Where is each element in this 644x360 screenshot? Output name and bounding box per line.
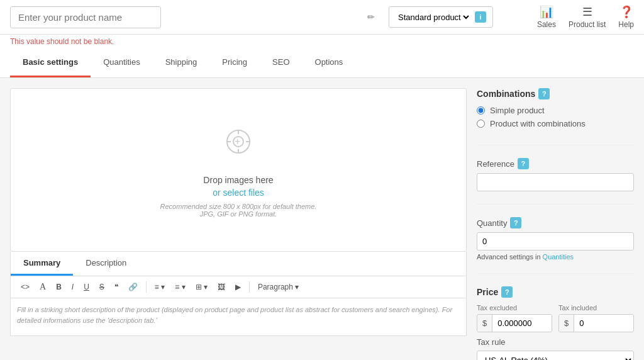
toolbar-video-btn[interactable]: ▶ (231, 281, 245, 293)
nav-help[interactable]: ❓ Help (618, 5, 634, 29)
editor-tabs-bar: Summary Description (10, 252, 467, 276)
toolbar-code-btn[interactable]: <> (17, 281, 33, 293)
drop-text: Drop images here (203, 175, 273, 185)
error-message: This value should not be blank. (0, 35, 644, 48)
radio-combinations-input[interactable] (477, 120, 485, 128)
toolbar-link-btn[interactable]: 🔗 (125, 281, 142, 293)
nav-product-list[interactable]: ☰ Product list (569, 5, 606, 29)
tab-seo[interactable]: SEO (260, 48, 302, 77)
product-list-icon: ☰ (582, 5, 592, 19)
top-bar: ✏ Standard product i 📊 Sales ☰ Product l… (0, 0, 644, 35)
price-title: Price ? (477, 286, 634, 298)
reference-info-badge[interactable]: ? (518, 158, 529, 169)
editor-body[interactable]: Fill in a striking short description of … (10, 298, 467, 336)
svg-text:+: + (235, 136, 240, 147)
tab-quantities[interactable]: Quantities (91, 48, 153, 77)
nav-sales[interactable]: 📊 Sales (537, 5, 556, 29)
toolbar-italic-btn[interactable]: I (68, 281, 77, 293)
main-content: + Drop images here or select files Recom… (0, 78, 644, 360)
tax-excluded-input[interactable] (492, 315, 552, 332)
right-panel: Combinations ? Simple product Product wi… (477, 88, 634, 360)
top-nav: 📊 Sales ☰ Product list ❓ Help (537, 5, 634, 29)
nav-product-list-label: Product list (569, 20, 606, 29)
sales-icon: 📊 (540, 5, 553, 19)
quantity-input[interactable] (477, 232, 634, 250)
price-section: Price ? Tax excluded $ Tax included $ (477, 286, 634, 360)
tax-excluded-label: Tax excluded (477, 304, 552, 312)
reference-label: Reference ? (477, 158, 634, 169)
reference-input[interactable] (477, 173, 634, 191)
camera-icon: + (219, 123, 257, 167)
toolbar-paragraph-btn[interactable]: Paragraph ▾ (254, 281, 303, 293)
toolbar-align-btn[interactable]: ≡ ▾ (151, 281, 169, 293)
price-info-badge[interactable]: ? (501, 286, 513, 298)
editor-toolbar: <> A B I U S ❝ 🔗 ≡ ▾ ≡ ▾ ⊞ ▾ 🖼 ▶ Paragra… (10, 276, 467, 298)
toolbar-sep2 (249, 281, 250, 293)
select-files-link[interactable]: or select files (213, 188, 264, 198)
divider-1 (477, 145, 634, 145)
nav-sales-label: Sales (537, 20, 556, 29)
nav-help-label: Help (618, 20, 634, 29)
help-icon: ❓ (619, 5, 633, 19)
quantity-label: Quantity ? (477, 217, 634, 228)
toolbar-underline-btn[interactable]: U (80, 281, 93, 293)
tab-description[interactable]: Description (73, 252, 139, 276)
product-type-info-badge[interactable]: i (475, 11, 486, 23)
tax-included-col: Tax included $ (558, 304, 634, 332)
edit-icon: ✏ (367, 12, 375, 22)
radio-simple-product-input[interactable] (477, 106, 485, 115)
tax-excluded-currency: $ (477, 315, 492, 332)
tax-included-currency: $ (559, 315, 574, 332)
tax-excluded-col: Tax excluded $ (477, 304, 552, 332)
toolbar-font-btn[interactable]: A (36, 280, 50, 294)
toolbar-image-btn[interactable]: 🖼 (214, 281, 229, 293)
tax-included-input[interactable] (574, 315, 633, 332)
combinations-info-badge[interactable]: ? (538, 88, 550, 99)
recommendation-text: Recommended size 800 x 800px for default… (160, 203, 317, 218)
toolbar-sep1 (146, 281, 147, 293)
product-name-wrapper: ✏ (10, 6, 381, 28)
quantity-section: Quantity ? Advanced settings in Quantiti… (477, 217, 634, 261)
tax-included-input-wrapper: $ (558, 314, 634, 332)
quantity-info-badge[interactable]: ? (510, 217, 521, 228)
tab-basic-settings[interactable]: Basic settings (10, 48, 91, 77)
tax-included-label: Tax included (558, 304, 634, 312)
product-name-input[interactable] (10, 6, 161, 28)
tab-shipping[interactable]: Shipping (153, 48, 210, 77)
divider-2 (477, 204, 634, 205)
toolbar-bold-btn[interactable]: B (52, 281, 65, 293)
tax-excluded-input-wrapper: $ (477, 314, 552, 332)
tab-options[interactable]: Options (303, 48, 356, 77)
tax-rule-label: Tax rule (477, 337, 634, 347)
radio-simple-product[interactable]: Simple product (477, 106, 634, 115)
combinations-title: Combinations ? (477, 88, 634, 99)
tab-pricing[interactable]: Pricing (209, 48, 260, 77)
reference-section: Reference ? (477, 158, 634, 191)
divider-3 (477, 273, 634, 274)
tab-summary[interactable]: Summary (11, 252, 73, 276)
quantities-link[interactable]: Quantities (543, 253, 574, 261)
left-panel: + Drop images here or select files Recom… (10, 88, 467, 360)
product-type-selector[interactable]: Standard product i (389, 6, 493, 28)
toolbar-list-btn[interactable]: ≡ ▾ (171, 281, 189, 293)
editor-hint: Fill in a striking short description of … (17, 305, 460, 325)
toolbar-strikethrough-btn[interactable]: S (96, 281, 108, 293)
tabs-bar: Basic settings Quantities Shipping Prici… (0, 48, 644, 78)
advanced-settings-link: Advanced settings in Quantities (477, 253, 634, 261)
combinations-section: Combinations ? Simple product Product wi… (477, 88, 634, 132)
price-row: Tax excluded $ Tax included $ (477, 304, 634, 332)
toolbar-table-btn[interactable]: ⊞ ▾ (192, 281, 211, 293)
radio-product-with-combinations[interactable]: Product with combinations (477, 119, 634, 128)
toolbar-quote-btn[interactable]: ❝ (111, 281, 122, 293)
product-type-dropdown[interactable]: Standard product (396, 12, 471, 23)
image-upload-area[interactable]: + Drop images here or select files Recom… (10, 88, 467, 252)
tax-rule-select[interactable]: US-AL Rate (4%) (477, 351, 634, 360)
